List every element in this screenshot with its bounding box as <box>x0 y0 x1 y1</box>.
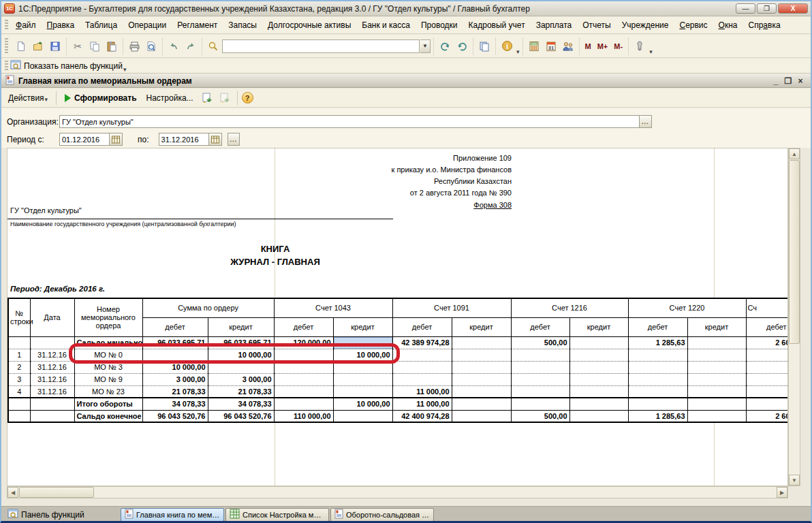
amount-cell[interactable] <box>333 385 392 398</box>
menu-справка[interactable]: Справка <box>743 18 785 32</box>
amount-cell[interactable] <box>746 349 788 361</box>
report-spreadsheet[interactable]: Приложение 109к приказу и.о. Министра фи… <box>7 148 788 486</box>
open-folder-icon[interactable] <box>30 38 46 54</box>
amount-cell[interactable] <box>274 349 333 361</box>
taskbar-tab[interactable]: Оборотно-сальдовая ведом... <box>330 508 434 522</box>
column-subheader[interactable]: кредит <box>687 317 746 336</box>
scroll-down-icon[interactable]: ▼ <box>789 475 800 486</box>
row-number-cell[interactable] <box>8 410 30 422</box>
date-cell[interactable] <box>30 336 74 349</box>
column-subheader[interactable]: кредит <box>333 317 392 336</box>
amount-cell[interactable] <box>392 361 452 373</box>
column-subheader[interactable]: дебет <box>746 317 788 336</box>
amount-cell[interactable] <box>628 373 687 385</box>
amount-cell[interactable] <box>746 361 788 373</box>
horizontal-scroll-thumb[interactable] <box>19 487 94 498</box>
show-function-panel-button[interactable]: Показать панель функций <box>24 61 123 71</box>
search-dropdown-icon[interactable]: ▼ <box>420 39 431 53</box>
amount-cell[interactable]: 3 000,00 <box>142 373 208 385</box>
row-number-cell[interactable]: 4 <box>8 385 30 398</box>
horizontal-scrollbar[interactable]: ◀ ▶ <box>7 486 788 498</box>
amount-cell[interactable]: 120 000,00 <box>274 336 333 349</box>
minimize-button[interactable]: — <box>736 3 755 14</box>
amount-cell[interactable]: 10 000,00 <box>142 361 208 373</box>
amount-cell[interactable]: 500,00 <box>511 336 569 349</box>
copy-icon[interactable] <box>87 38 103 54</box>
order-label-cell[interactable]: Итого обороты <box>74 398 142 410</box>
order-label-cell[interactable]: МО № 3 <box>74 361 142 373</box>
amount-cell[interactable] <box>274 361 333 373</box>
column-group-header[interactable]: Счет 1216 <box>511 298 628 317</box>
find-next-icon[interactable] <box>437 38 453 54</box>
memory-m--button[interactable]: M- <box>611 38 625 54</box>
amount-cell[interactable] <box>392 373 452 385</box>
amount-cell[interactable] <box>511 398 569 410</box>
menu-таблица[interactable]: Таблица <box>80 18 123 32</box>
date-cell[interactable] <box>30 398 74 410</box>
amount-cell[interactable]: 1 285,63 <box>628 410 687 422</box>
amount-cell[interactable] <box>628 385 687 398</box>
taskbar-tab[interactable]: Список Настройка мемори... <box>225 508 329 522</box>
amount-cell[interactable] <box>142 349 208 361</box>
search-input[interactable] <box>222 39 420 53</box>
amount-cell[interactable] <box>746 385 788 398</box>
amount-cell[interactable]: 34 078,33 <box>208 398 274 410</box>
row-number-cell[interactable]: 3 <box>8 373 30 385</box>
menu-запасы[interactable]: Запасы <box>223 18 262 32</box>
taskbar-tab[interactable]: Главная книга по мемориа... <box>121 508 224 522</box>
amount-cell[interactable] <box>333 410 392 422</box>
order-label-cell[interactable]: МО № 9 <box>74 373 142 385</box>
amount-cell[interactable]: 96 043 520,76 <box>208 410 274 422</box>
amount-cell[interactable] <box>511 361 569 373</box>
menu-банк-и-касса[interactable]: Банк и касса <box>356 18 416 32</box>
column-group-header[interactable]: Сумма по ордеру <box>142 298 274 317</box>
amount-cell[interactable] <box>452 361 511 373</box>
column-subheader[interactable]: дебет <box>511 317 569 336</box>
column-subheader[interactable]: кредит <box>569 317 628 336</box>
calendar-icon[interactable]: 31 <box>543 38 559 54</box>
amount-cell[interactable]: 96 043 520,76 <box>142 410 208 422</box>
amount-cell[interactable]: 42 400 974,28 <box>392 410 452 422</box>
amount-cell[interactable] <box>452 336 511 349</box>
table-row[interactable]: 331.12.16МО № 93 000,003 000,00 <box>8 373 788 385</box>
amount-cell[interactable]: 96 033 695,71 <box>208 336 274 349</box>
report-restore-button[interactable]: ❐ <box>782 76 794 86</box>
find-previous-icon[interactable] <box>454 38 470 54</box>
amount-cell[interactable] <box>569 373 628 385</box>
amount-cell[interactable] <box>628 349 687 361</box>
scroll-left-icon[interactable]: ◀ <box>7 487 18 498</box>
amount-cell[interactable] <box>274 398 333 410</box>
toolbar-grip[interactable] <box>5 20 8 31</box>
period-to-input[interactable] <box>159 133 209 146</box>
amount-cell[interactable] <box>452 349 511 361</box>
amount-cell[interactable]: 10 000,00 <box>208 349 274 361</box>
duplicate-icon[interactable] <box>476 38 493 54</box>
period-from-input[interactable] <box>59 133 110 146</box>
amount-cell[interactable] <box>452 398 511 410</box>
menu-долгосрочные-активы[interactable]: Долгосрочные активы <box>262 18 356 32</box>
general-ledger-table[interactable]: № строкиДатаНомер мемориального ордераСу… <box>7 298 788 423</box>
toolbar-grip[interactable] <box>5 61 8 71</box>
table-row[interactable]: Итого обороты34 078,3334 078,3310 000,00… <box>8 398 788 410</box>
menu-сервис[interactable]: Сервис <box>674 18 713 32</box>
amount-cell[interactable] <box>569 336 628 349</box>
row-number-cell[interactable]: 2 <box>8 361 30 373</box>
paste-icon[interactable] <box>104 38 120 54</box>
amount-cell[interactable] <box>746 398 788 410</box>
date-cell[interactable]: 31.12.16 <box>30 385 74 398</box>
column-header[interactable]: Номер мемориального ордера <box>74 298 142 336</box>
amount-cell[interactable] <box>452 385 511 398</box>
amount-cell[interactable]: 500,00 <box>511 410 569 422</box>
column-group-header[interactable]: Счет 1043 <box>274 298 392 317</box>
table-row[interactable]: 431.12.16МО № 2321 078,3321 078,3311 000… <box>8 385 788 398</box>
table-row[interactable]: Сальдо начальное96 033 695,7196 033 695,… <box>8 336 788 349</box>
menu-файл[interactable]: Файл <box>10 18 42 32</box>
row-number-cell[interactable]: 1 <box>8 349 30 361</box>
organization-input[interactable] <box>59 115 640 128</box>
chevron-down-icon[interactable]: ▾ <box>516 48 520 55</box>
users-icon[interactable] <box>560 38 576 54</box>
amount-cell[interactable]: 42 389 974,28 <box>392 336 452 349</box>
scroll-right-icon[interactable]: ▶ <box>777 487 787 498</box>
load-settings-icon[interactable] <box>199 90 215 106</box>
amount-cell[interactable]: 11 000,00 <box>392 385 452 398</box>
